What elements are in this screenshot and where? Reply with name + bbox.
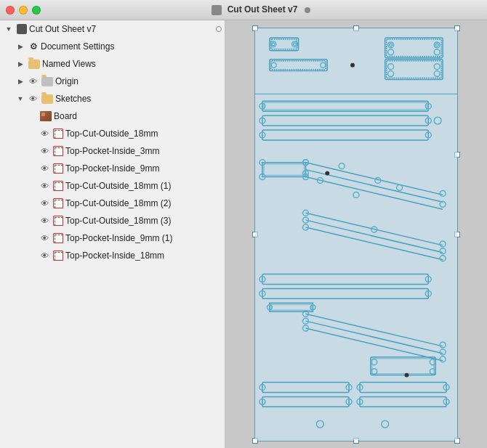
eye-icon-sketch4[interactable] — [38, 179, 51, 192]
window-controls — [6, 6, 41, 15]
eye-icon-sketches[interactable] — [26, 92, 39, 105]
folder-icon-named-views — [28, 60, 40, 69]
minimize-button[interactable] — [19, 6, 28, 15]
eye-icon-sketch5[interactable] — [38, 197, 51, 210]
sketch6-label: Top-Cut-Outside_18mm (3) — [65, 216, 222, 226]
tree-item-doc-settings[interactable]: ⚙ Document Settings — [0, 38, 225, 55]
tree-item-root[interactable]: Cut Out Sheet v7 — [0, 20, 225, 38]
canvas-panel[interactable] — [225, 20, 487, 448]
eye-icon-sketch1[interactable] — [38, 127, 51, 140]
svg-rect-0 — [255, 29, 457, 440]
sketch4-label: Top-Cut-Outside_18mm (1) — [65, 181, 222, 191]
sketch1-label: Top-Cut-Outside_18mm — [65, 129, 222, 139]
svg-point-104 — [405, 372, 409, 377]
tree-item-sketch2[interactable]: Top-Pocket-Inside_3mm — [0, 142, 225, 160]
left-panel-tree: Cut Out Sheet v7 ⚙ Document Settings Nam… — [0, 20, 225, 448]
tree-item-sketch3[interactable]: Top-Pocket-Inside_9mm — [0, 160, 225, 177]
sketch8-label: Top-Pocket-Inside_18mm — [65, 251, 222, 261]
board-icon — [40, 111, 52, 121]
close-button[interactable] — [6, 6, 15, 15]
eye-icon-sketch7[interactable] — [38, 232, 51, 245]
doc-settings-label: Document Settings — [41, 41, 222, 52]
eye-icon-origin[interactable] — [26, 75, 39, 88]
sketch-icon-5 — [53, 198, 63, 208]
document-icon — [17, 24, 27, 34]
board-label: Board — [54, 111, 222, 121]
expand-arrow-named-views[interactable] — [15, 60, 26, 68]
expand-arrow-root[interactable] — [3, 25, 15, 33]
sketch-icon-7 — [53, 233, 63, 243]
title-bar: Cut Out Sheet v7 — [0, 0, 487, 20]
tree-item-sketch5[interactable]: Top-Cut-Outside_18mm (2) — [0, 195, 225, 212]
sketch2-label: Top-Pocket-Inside_3mm — [65, 146, 222, 156]
tree-item-sketch7[interactable]: Top-Pocket-Inside_9mm (1) — [0, 229, 225, 247]
tree-item-sketches[interactable]: Sketches — [0, 90, 225, 107]
canvas-drawing[interactable] — [254, 28, 458, 441]
maximize-button[interactable] — [32, 6, 41, 15]
sketch5-label: Top-Cut-Outside_18mm (2) — [65, 198, 222, 208]
svg-point-25 — [350, 62, 355, 67]
window-title: Cut Out Sheet v7 — [41, 4, 481, 15]
tree-item-origin[interactable]: Origin — [0, 73, 225, 90]
sketch7-label: Top-Pocket-Inside_9mm (1) — [65, 233, 222, 243]
expand-arrow-sketches[interactable] — [15, 95, 26, 102]
folder-icon-origin — [41, 77, 53, 86]
eye-icon-sketch6[interactable] — [38, 214, 51, 227]
sketch-icon-3 — [53, 163, 63, 174]
main-content: Cut Out Sheet v7 ⚙ Document Settings Nam… — [0, 20, 487, 448]
tree-item-sketch4[interactable]: Top-Cut-Outside_18mm (1) — [0, 177, 225, 195]
eye-icon-sketch3[interactable] — [38, 162, 51, 175]
root-label: Cut Out Sheet v7 — [29, 24, 213, 34]
origin-label: Origin — [55, 76, 222, 86]
named-views-label: Named Views — [42, 59, 222, 69]
tree-item-sketch6[interactable]: Top-Cut-Outside_18mm (3) — [0, 212, 225, 229]
expand-arrow-origin[interactable] — [15, 78, 26, 85]
eye-icon-sketch8[interactable] — [38, 249, 51, 262]
gear-icon: ⚙ — [28, 41, 39, 52]
sketch-icon-2 — [53, 146, 63, 156]
tree-item-sketch1[interactable]: Top-Cut-Outside_18mm — [0, 125, 225, 142]
tree-item-board[interactable]: Board — [0, 107, 225, 125]
eye-icon-sketch2[interactable] — [38, 144, 51, 158]
sketch-icon-1 — [53, 129, 63, 139]
document-icon — [212, 5, 222, 15]
sketch-icon-8 — [53, 251, 63, 261]
cut-sheet-svg — [255, 28, 457, 441]
sketch-icon-6 — [53, 216, 63, 226]
sketch3-label: Top-Pocket-Inside_9mm — [65, 163, 222, 174]
sketch-icon-4 — [53, 181, 63, 191]
folder-icon-sketches — [41, 94, 53, 104]
record-dot — [305, 7, 310, 13]
tree-item-named-views[interactable]: Named Views — [0, 55, 225, 73]
tree-item-sketch8[interactable]: Top-Pocket-Inside_18mm — [0, 247, 225, 264]
svg-point-54 — [325, 171, 329, 175]
sketches-label: Sketches — [55, 94, 222, 104]
expand-arrow-doc-settings[interactable] — [15, 43, 26, 50]
record-indicator — [216, 26, 222, 32]
